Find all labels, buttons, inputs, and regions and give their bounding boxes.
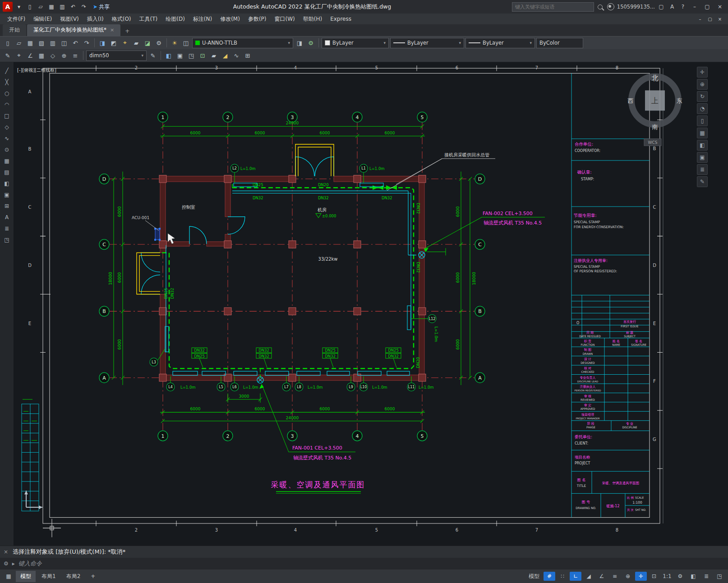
match-properties-icon[interactable]: ◨ [97, 38, 107, 48]
compass-east[interactable]: 东 [677, 97, 682, 104]
assistant-icon[interactable]: A [668, 2, 677, 11]
properties-icon[interactable]: ⚙ [154, 38, 164, 48]
grid-toggle-icon[interactable]: # [544, 572, 555, 581]
redo-icon[interactable]: ↷ [79, 2, 88, 11]
dimstyle-dropdown[interactable]: dimn50 ▾ [86, 50, 147, 61]
doc-close-button[interactable]: × [715, 15, 724, 23]
user-id[interactable]: 1505999135... [617, 4, 655, 10]
array-icon[interactable]: ⊞ [243, 50, 253, 60]
edit-attr-icon[interactable]: ✎ [3, 50, 13, 60]
viewcube-top-face[interactable]: 上 [651, 96, 659, 105]
palette-hatch-icon[interactable]: ▦ [697, 128, 708, 138]
menu-modify[interactable]: 修改(M) [217, 14, 244, 24]
palette-props-icon[interactable]: ◧ [697, 140, 708, 151]
layer-off-icon[interactable]: ◨ [295, 38, 304, 48]
palette-layers-icon[interactable]: ≣ [697, 164, 708, 175]
palette-blocks-icon[interactable]: ▣ [697, 152, 708, 163]
lineweight-dropdown[interactable]: ByLayer ▾ [465, 38, 535, 48]
new-layout-button[interactable]: + [86, 571, 100, 581]
xline-tool-icon[interactable]: ╳ [1, 77, 12, 87]
search-input[interactable] [512, 2, 594, 12]
pan-icon[interactable]: ✛ [697, 67, 708, 78]
close-button[interactable]: × [714, 2, 725, 12]
tab-layout1[interactable]: 布局1 [37, 571, 60, 582]
dynamic-input-icon[interactable]: ✛ [635, 572, 647, 581]
menu-edit[interactable]: 编辑(E) [30, 14, 55, 24]
clean-screen-icon[interactable]: ◳ [714, 572, 725, 581]
customization-menu-icon[interactable]: ≣ [700, 572, 712, 581]
snap-toggle-icon[interactable]: ∷ [557, 572, 568, 581]
wcs-dropdown[interactable]: WCS [648, 140, 658, 145]
table-icon[interactable]: ▦ [37, 50, 46, 60]
publish-icon[interactable]: ◫ [59, 38, 69, 48]
isolate-icon[interactable]: ◪ [143, 38, 152, 48]
doc-minimize-button[interactable]: – [696, 15, 705, 23]
viewport-controls[interactable]: [-][俯视][二维线框] [17, 68, 56, 73]
gradient-icon[interactable]: ▰ [209, 50, 219, 60]
menu-format[interactable]: 格式(O) [108, 14, 135, 24]
command-close-icon[interactable]: × [4, 549, 8, 555]
qsave-icon[interactable]: ▦ [25, 38, 35, 48]
polar-toggle-icon[interactable]: ◢ [583, 572, 594, 581]
wedge-icon[interactable]: ◢ [220, 50, 230, 60]
table-tool-icon[interactable]: ⊞ [1, 201, 12, 211]
layout-grid-icon[interactable]: ▦ [3, 572, 14, 581]
compass-north[interactable]: 北 [652, 74, 659, 82]
region-tool-icon[interactable]: ◧ [1, 179, 12, 188]
compass-west[interactable]: 西 [628, 97, 634, 104]
command-customize-icon[interactable]: ⚙ [4, 560, 9, 567]
ellipse-tool-icon[interactable]: ⊙ [1, 145, 12, 155]
share-button[interactable]: ➤共享 [90, 3, 112, 11]
redo-toolbar-icon[interactable]: ↷ [82, 38, 92, 48]
menu-view[interactable]: 视图(V) [56, 14, 83, 24]
menu-draw[interactable]: 绘图(D) [162, 14, 189, 24]
layer-freeze-icon[interactable]: ◫ [181, 38, 191, 48]
command-prompt-text[interactable]: 键入命令 [18, 560, 42, 568]
qnew-icon[interactable]: ▯ [3, 38, 13, 48]
mleader-icon[interactable]: ≡ [70, 50, 80, 60]
plotstyle-dropdown[interactable]: ByColor [536, 38, 583, 48]
tab-drawing[interactable]: 某化工厂中央制冷换热站图纸* × [27, 24, 120, 36]
tab-start[interactable]: 开始 [3, 24, 26, 36]
save-icon[interactable]: ▦ [47, 2, 56, 11]
doc-restore-button[interactable]: ▢ [705, 15, 714, 23]
menu-help[interactable]: 帮助(H) [299, 14, 326, 24]
polygon-tool-icon[interactable]: ◇ [1, 122, 12, 132]
lineweight-toggle-icon[interactable]: ≡ [609, 572, 621, 581]
app-logo-icon[interactable]: A [3, 2, 13, 12]
saveas-icon[interactable]: ▧ [37, 38, 46, 48]
annotation-scale-button[interactable]: 1:1 [661, 572, 673, 581]
logo-dropdown-icon[interactable]: ▾ [14, 2, 23, 11]
help-icon[interactable]: ? [678, 2, 687, 11]
view-cube[interactable]: 上 北 南 西 东 WCS [628, 74, 682, 146]
cart-icon[interactable]: ▢ [657, 2, 666, 11]
dim-angular-icon[interactable]: ∠ [25, 50, 35, 60]
zoom-extents-icon[interactable]: ◔ [697, 103, 708, 114]
center-mark-icon[interactable]: ⊕ [59, 50, 69, 60]
group-icon[interactable]: ▰ [131, 38, 141, 48]
plot-icon[interactable]: ▥ [58, 2, 67, 11]
orbit-icon[interactable]: ↻ [697, 91, 708, 102]
palette-markup-icon[interactable]: ✎ [697, 176, 708, 187]
showmotion-icon[interactable]: ▯ [697, 115, 708, 126]
isodraft-icon[interactable]: ∠ [596, 572, 608, 581]
hatch-tool-icon[interactable]: ▦ [1, 156, 12, 166]
measure-icon[interactable]: ⌖ [120, 38, 130, 48]
maximize-button[interactable]: ▢ [702, 2, 713, 12]
cad-drawing[interactable]: [-][俯视][二维线框] 2 3 4 5 6 7 8 2 3 4 5 6 7 [0, 62, 728, 546]
line-tool-icon[interactable]: ╱ [1, 66, 12, 76]
gradient-tool-icon[interactable]: ▤ [1, 167, 12, 177]
hatch-icon[interactable]: ▣ [175, 50, 185, 60]
rectangle-tool-icon[interactable]: □ [1, 111, 12, 121]
region-icon[interactable]: ⊡ [198, 50, 207, 60]
spline-tool-icon[interactable]: ∿ [1, 133, 12, 143]
menu-express[interactable]: Express [327, 15, 355, 23]
mleader-tool-icon[interactable]: ≣ [1, 224, 12, 234]
text-tool-icon[interactable]: A [1, 212, 12, 222]
menu-tools[interactable]: 工具(T) [136, 14, 161, 24]
workspace-gear-icon[interactable]: ⚙ [674, 572, 686, 581]
drawing-canvas[interactable]: [-][俯视][二维线框] 2 3 4 5 6 7 8 2 3 4 5 6 7 [0, 62, 728, 546]
layer-state-icon[interactable]: ☀ [170, 38, 180, 48]
spline-icon[interactable]: ∿ [231, 50, 241, 60]
block-tool-icon[interactable]: ▣ [1, 190, 12, 200]
